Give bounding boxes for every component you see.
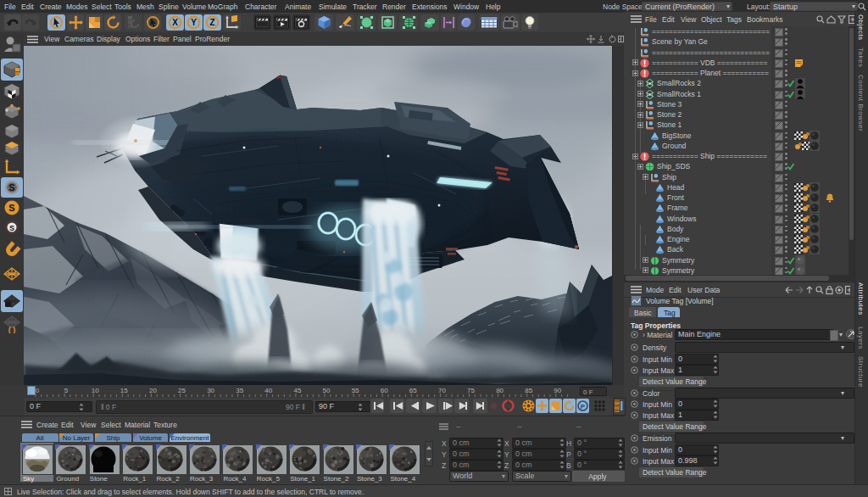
svg-text:S: S <box>8 182 14 193</box>
svg-text:( ): ( ) <box>8 326 16 333</box>
svg-text:S: S <box>8 203 14 213</box>
svg-text:Y: Y <box>191 18 197 27</box>
svg-text:P: P <box>581 403 586 410</box>
svg-text:S: S <box>9 224 14 232</box>
svg-text:X: X <box>172 18 178 27</box>
svg-text:Z: Z <box>209 18 214 27</box>
